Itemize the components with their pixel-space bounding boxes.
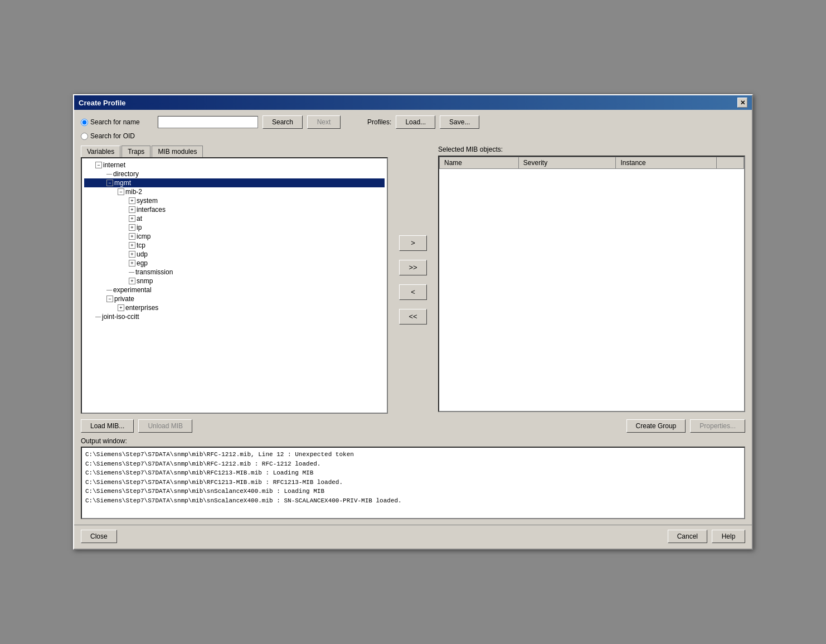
tree-label: snmp: [137, 277, 153, 285]
col-severity: Severity: [518, 157, 616, 169]
remove-one-button[interactable]: <: [399, 284, 427, 300]
collapse-icon: −: [106, 180, 113, 186]
load-mib-button[interactable]: Load MIB...: [81, 419, 134, 433]
expand-icon: +: [129, 215, 135, 222]
search-for-oid-radio[interactable]: [81, 133, 88, 140]
add-one-button[interactable]: >: [399, 235, 427, 251]
title-bar: Create Profile ✕: [74, 95, 752, 110]
tree-label: mib-2: [125, 188, 142, 196]
search-input[interactable]: [158, 116, 258, 128]
properties-button[interactable]: Properties...: [690, 419, 745, 433]
collapse-icon: −: [118, 188, 124, 195]
tree-item[interactable]: − internet: [84, 161, 385, 170]
output-line: C:\Siemens\Step7\S7DATA\snmp\mib\RFC-121…: [85, 450, 741, 459]
tree-item[interactable]: experimental: [84, 285, 385, 294]
tree-item[interactable]: + tcp: [84, 241, 385, 250]
tab-mib-modules[interactable]: MIB modules: [152, 146, 203, 157]
cancel-button[interactable]: Cancel: [668, 530, 707, 543]
expand-icon: +: [118, 304, 124, 311]
search-row-1: Search for name Search Next Profiles: Lo…: [81, 115, 745, 129]
collapse-icon: −: [106, 296, 113, 302]
tree-item[interactable]: + enterprises: [84, 303, 385, 312]
output-line: C:\Siemens\Step7\S7DATA\snmp\mib\snScala…: [85, 496, 741, 506]
expand-icon: +: [129, 224, 135, 231]
tree-label: tcp: [137, 241, 145, 249]
tree-label: experimental: [113, 286, 152, 294]
expand-icon: +: [129, 278, 135, 284]
tree-label: udp: [137, 250, 148, 258]
col-name: Name: [440, 157, 519, 169]
footer-right-buttons: Cancel Help: [668, 530, 745, 543]
unload-mib-button[interactable]: Unload MIB: [138, 419, 192, 433]
search-button[interactable]: Search: [263, 115, 303, 129]
tabs-bar: Variables Traps MIB modules: [81, 146, 388, 157]
create-group-button[interactable]: Create Group: [626, 419, 686, 433]
output-window-label: Output window:: [81, 437, 745, 445]
tree-item[interactable]: + snmp: [84, 277, 385, 285]
output-line: C:\Siemens\Step7\S7DATA\snmp\mib\snScala…: [85, 487, 741, 496]
middle-buttons: > >> < <<: [393, 146, 433, 414]
close-x-button[interactable]: ✕: [737, 98, 747, 108]
tree-item[interactable]: + icmp: [84, 232, 385, 241]
tree-item[interactable]: + ip: [84, 223, 385, 232]
left-panel: Variables Traps MIB modules − internet: [81, 146, 388, 414]
tree-item[interactable]: + system: [84, 196, 385, 205]
dialog-body: Search for name Search Next Profiles: Lo…: [74, 110, 752, 525]
search-for-name-radio-label[interactable]: Search for name: [81, 118, 153, 126]
selected-mib-label: Selected MIB objects:: [438, 146, 745, 153]
load-button[interactable]: Load...: [396, 115, 435, 129]
dialog-title: Create Profile: [79, 99, 126, 107]
search-for-name-radio[interactable]: [81, 119, 88, 126]
dialog-footer: Close Cancel Help: [74, 525, 752, 549]
output-line: C:\Siemens\Step7\S7DATA\snmp\mib\RFC-121…: [85, 459, 741, 469]
tree-item[interactable]: directory: [84, 170, 385, 178]
remove-all-button[interactable]: <<: [399, 309, 427, 325]
help-button[interactable]: Help: [712, 530, 745, 543]
output-line: C:\Siemens\Step7\S7DATA\snmp\mib\RFC1213…: [85, 478, 741, 487]
tree-label: enterprises: [125, 304, 158, 312]
tree-item[interactable]: + udp: [84, 250, 385, 259]
tab-variables[interactable]: Variables: [81, 146, 120, 157]
tab-traps[interactable]: Traps: [122, 146, 150, 157]
tree-label: system: [137, 197, 158, 205]
output-line: C:\Siemens\Step7\S7DATA\snmp\mib\RFC1213…: [85, 468, 741, 478]
expand-icon: +: [129, 242, 135, 249]
tree-label: joint-iso-ccitt: [102, 313, 139, 321]
profiles-label: Profiles:: [367, 118, 391, 126]
bottom-left-buttons: Load MIB... Unload MIB: [81, 419, 192, 433]
tree-label: transmission: [135, 268, 173, 276]
output-window[interactable]: C:\Siemens\Step7\S7DATA\snmp\mib\RFC-121…: [81, 447, 745, 519]
bottom-right-buttons: Create Group Properties...: [626, 419, 745, 433]
tree-item[interactable]: transmission: [84, 268, 385, 277]
tree-label: interfaces: [137, 206, 166, 214]
expand-icon: +: [129, 197, 135, 204]
tree-item[interactable]: + egp: [84, 259, 385, 268]
save-button[interactable]: Save...: [440, 115, 479, 129]
expand-icon: +: [129, 233, 135, 240]
tree-label: at: [137, 215, 142, 222]
tree-item[interactable]: + interfaces: [84, 205, 385, 214]
tree-label: internet: [103, 161, 125, 169]
tree-item[interactable]: − mib-2: [84, 187, 385, 196]
tree-label: egp: [137, 259, 148, 267]
tree-item-mgmt[interactable]: − mgmt: [84, 178, 385, 187]
tree-container[interactable]: − internet directory − mgmt: [81, 157, 388, 414]
next-button[interactable]: Next: [307, 115, 341, 129]
search-for-oid-radio-label[interactable]: Search for OID: [81, 132, 153, 140]
create-profile-dialog: Create Profile ✕ Search for name Search …: [73, 94, 753, 550]
expand-icon: +: [129, 251, 135, 258]
tree-item[interactable]: joint-iso-ccitt: [84, 312, 385, 321]
tree-item[interactable]: + at: [84, 214, 385, 223]
tree-label: icmp: [137, 233, 150, 240]
collapse-icon: −: [95, 162, 102, 168]
tree-item[interactable]: − private: [84, 294, 385, 303]
tree-label: directory: [113, 170, 139, 178]
expand-icon: +: [129, 260, 135, 267]
expand-icon: +: [129, 206, 135, 213]
content-area: Variables Traps MIB modules − internet: [81, 146, 745, 414]
tree-label: private: [114, 295, 134, 303]
add-all-button[interactable]: >>: [399, 260, 427, 275]
tree-label: mgmt: [114, 179, 131, 187]
search-row-2: Search for OID: [81, 132, 745, 140]
close-button[interactable]: Close: [81, 530, 117, 543]
